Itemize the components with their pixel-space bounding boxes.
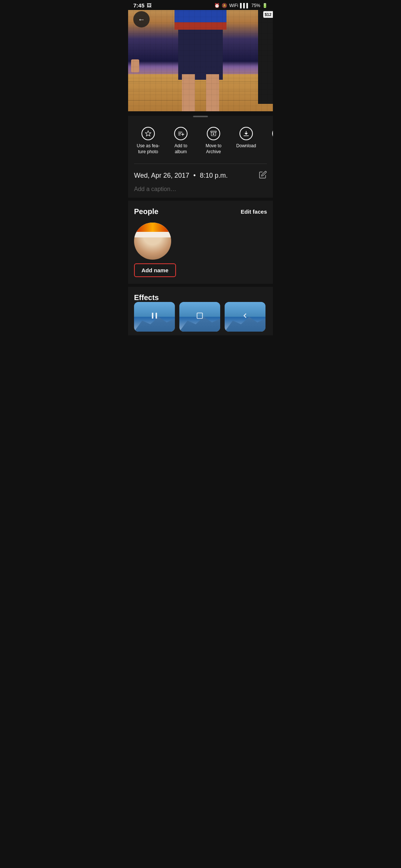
status-icons: ⏰ 🔕 WiFi ▌▌▌ 75% 🔋 (214, 3, 268, 8)
signal-icon: ▌▌▌ (240, 3, 250, 8)
add-to-album-label: Add toalbum (175, 143, 188, 155)
download-icon (239, 127, 253, 140)
effect-icon-1 (150, 311, 159, 322)
actions-row: Use as fea-ture photo Add toalbum (128, 124, 273, 158)
person-item: Add name (134, 223, 267, 277)
actions-bar: Use as fea-ture photo Add toalbum (128, 120, 273, 164)
people-header: People Edit faces (134, 207, 267, 216)
edit-date-icon[interactable] (259, 171, 267, 181)
effect-item-1[interactable] (134, 302, 175, 332)
status-bar: 7:45 🖼 ⏰ 🔕 WiFi ▌▌▌ 75% 🔋 (128, 0, 273, 10)
svg-rect-8 (152, 313, 153, 319)
alarm-icon: ⏰ (214, 3, 220, 8)
wifi-icon: WiFi (229, 3, 238, 8)
date-row: Wed, Apr 26, 2017 • 8:10 p.m. (134, 171, 267, 181)
photo-pixelated-overlay (128, 0, 273, 111)
archive-icon (207, 127, 220, 140)
archive-label: Move toArchive (206, 143, 222, 155)
download-label: Download (236, 143, 256, 149)
face-hat (136, 223, 169, 232)
back-button[interactable]: ← (133, 11, 150, 27)
add-name-button[interactable]: Add name (134, 263, 176, 277)
effect-item-3[interactable] (225, 302, 265, 332)
action-download[interactable]: Download (230, 124, 263, 152)
feature-photo-icon (141, 127, 155, 140)
photo-date: Wed, Apr 26, 2017 • 8:10 p.m. (134, 172, 228, 180)
battery-icon: 🔋 (262, 3, 268, 8)
svg-rect-3 (178, 135, 180, 135)
back-arrow-icon: ← (138, 15, 145, 24)
feature-photo-label: Use as fea-ture photo (137, 143, 159, 155)
svg-rect-2 (178, 133, 181, 134)
sheet-handle (193, 116, 208, 117)
effect-icon-2 (196, 312, 204, 322)
section-gap-1 (128, 198, 273, 201)
edit-faces-button[interactable]: Edit faces (241, 208, 267, 215)
effects-row (134, 302, 267, 332)
action-create[interactable]: Cre... (263, 124, 273, 152)
status-time: 7:45 (133, 2, 144, 9)
info-section: Wed, Apr 26, 2017 • 8:10 p.m. Add a capt… (128, 164, 273, 198)
svg-rect-10 (197, 313, 203, 319)
add-to-album-icon (174, 127, 188, 140)
action-use-as-feature[interactable]: Use as fea-ture photo (132, 124, 164, 158)
mute-icon: 🔕 (222, 3, 227, 8)
caption-placeholder[interactable]: Add a caption… (134, 186, 176, 192)
people-section: People Edit faces Add name (128, 201, 273, 284)
effect-item-2[interactable] (179, 302, 220, 332)
photo-area: $12 ← (128, 0, 273, 111)
svg-rect-9 (156, 313, 157, 319)
section-gap-2 (128, 284, 273, 287)
bottom-sheet: Use as fea-ture photo Add toalbum (128, 116, 273, 335)
action-add-to-album[interactable]: Add toalbum (164, 124, 197, 158)
people-title: People (134, 207, 159, 216)
effects-section: Effects (128, 287, 273, 335)
effects-title: Effects (134, 293, 159, 302)
battery-level: 75% (251, 3, 260, 8)
effect-icon-3 (241, 312, 249, 322)
create-icon (272, 127, 273, 140)
svg-rect-1 (178, 132, 182, 133)
action-move-to-archive[interactable]: Move toArchive (197, 124, 230, 158)
svg-marker-0 (146, 131, 151, 136)
photos-icon: 🖼 (147, 3, 151, 8)
person-avatar[interactable] (134, 223, 171, 260)
